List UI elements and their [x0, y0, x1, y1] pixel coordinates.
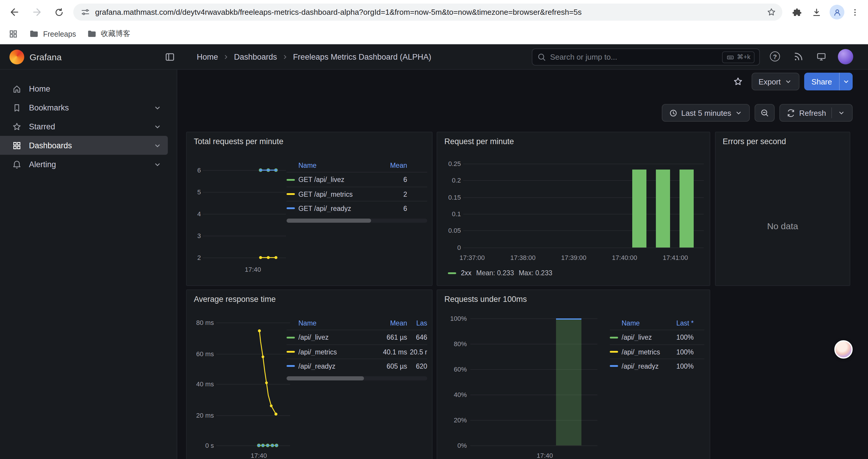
- extensions-icon[interactable]: [788, 4, 805, 21]
- legend-scrollbar[interactable]: [286, 376, 427, 381]
- chevron-down-icon: [784, 77, 793, 86]
- total-requests-chart: 6 5 4 3 2 17:40: [193, 154, 287, 281]
- search-box[interactable]: ⌘+k: [532, 48, 760, 66]
- legend-header-name[interactable]: Name: [610, 319, 664, 326]
- panel-title[interactable]: Errors per second: [723, 137, 786, 146]
- chevron-right-icon: [222, 53, 230, 61]
- export-button[interactable]: Export: [751, 73, 800, 90]
- panel-average-response-time[interactable]: Average response time 80 ms 60 ms 40 ms …: [186, 290, 433, 459]
- legend-row[interactable]: /api/_readyz 100%: [610, 359, 704, 373]
- bookmark-folder-blogs[interactable]: 收藏博客: [87, 29, 130, 39]
- help-icon[interactable]: ?: [770, 52, 780, 61]
- panel-title[interactable]: Total requests per minute: [194, 137, 283, 146]
- reload-icon[interactable]: [51, 4, 67, 21]
- panel-requests-under-100ms[interactable]: Requests under 100ms 100% 80% 60% 40% 20…: [437, 290, 710, 459]
- panel-request-per-minute[interactable]: Request per minute 0.25 0.2 0.15 0.1 0.0…: [437, 132, 710, 286]
- panel-title[interactable]: Requests under 100ms: [444, 295, 527, 304]
- legend-header-last[interactable]: Las: [407, 319, 427, 326]
- legend-header-name[interactable]: Name: [286, 319, 374, 326]
- sidebar-item-alerting[interactable]: Alerting: [0, 155, 168, 174]
- search-input[interactable]: [550, 53, 722, 61]
- browser-menu-icon[interactable]: [847, 4, 863, 21]
- panel-total-requests[interactable]: Total requests per minute 6 5 4 3 2: [186, 132, 433, 286]
- series-name[interactable]: /api/_readyz: [622, 362, 664, 369]
- legend-row[interactable]: /api/_readyz 605 µs 620: [286, 359, 427, 373]
- series-plot: [193, 154, 287, 281]
- series-name[interactable]: /api/_metrics: [622, 348, 664, 355]
- chevron-down-icon[interactable]: [153, 103, 162, 112]
- series-name[interactable]: GET /api/_metrics: [299, 191, 374, 198]
- sidebar-item-home[interactable]: Home: [0, 79, 168, 98]
- response-time-chart: 80 ms 60 ms 40 ms 20 ms 0 s: [193, 311, 296, 459]
- refresh-interval-caret[interactable]: [837, 109, 845, 117]
- bookmark-folder-freeleaps[interactable]: Freeleaps: [29, 29, 76, 39]
- sidebar-item-bookmarks[interactable]: Bookmarks: [0, 98, 168, 117]
- series-name[interactable]: GET /api/_readyz: [299, 205, 374, 212]
- dock-menu-icon[interactable]: [164, 52, 176, 63]
- legend-table: Name Mean Las /api/_livez 661 µs 646 /ap…: [286, 316, 427, 373]
- series-name[interactable]: /api/_readyz: [299, 362, 374, 369]
- legend-row[interactable]: /api/_metrics 100%: [610, 345, 704, 359]
- divider: [831, 107, 832, 118]
- favorite-star-icon[interactable]: [729, 73, 747, 90]
- legend-header-name[interactable]: Name: [286, 162, 374, 169]
- legend-table: Name Last * /api/_livez 100% /api/_metri…: [610, 316, 704, 373]
- chevron-down-icon[interactable]: [153, 122, 162, 131]
- legend-row[interactable]: GET /api/_readyz 6: [286, 201, 427, 215]
- chevron-down-icon[interactable]: [153, 141, 162, 150]
- share-label[interactable]: Share: [804, 73, 839, 90]
- monitor-icon[interactable]: [816, 52, 827, 62]
- breadcrumb-home[interactable]: Home: [197, 52, 218, 61]
- news-rss-icon[interactable]: [793, 52, 804, 62]
- scrollbar-thumb[interactable]: [286, 219, 371, 223]
- sidebar-label: Bookmarks: [29, 103, 69, 112]
- star-icon: [12, 121, 22, 131]
- time-range-picker[interactable]: Last 5 minutes: [662, 104, 750, 122]
- legend-header-mean[interactable]: Mean: [374, 319, 407, 326]
- address-bar[interactable]: grafana.mathmast.com/d/deytv4rwavabkb/fr…: [73, 4, 782, 21]
- legend-row[interactable]: /api/_livez 661 µs 646: [286, 330, 427, 345]
- back-icon[interactable]: [6, 4, 23, 21]
- legend-row[interactable]: /api/_metrics 40.1 ms 20.5 r: [286, 345, 427, 359]
- series-name[interactable]: /api/_metrics: [299, 348, 374, 355]
- grafana-logo[interactable]: [9, 50, 24, 64]
- sidebar-item-dashboards[interactable]: Dashboards: [0, 136, 168, 155]
- series-color-swatch: [286, 365, 295, 367]
- legend-row[interactable]: GET /api/_metrics 2: [286, 187, 427, 201]
- legend-header-last[interactable]: Last *: [664, 319, 694, 326]
- bell-icon: [12, 159, 22, 169]
- sidebar-label: Starred: [29, 122, 55, 131]
- chevron-down-icon[interactable]: [153, 160, 162, 169]
- panel-errors-per-second[interactable]: Errors per second No data: [715, 132, 850, 286]
- zoom-out-button[interactable]: [755, 104, 775, 122]
- refresh-button[interactable]: Refresh: [780, 104, 852, 122]
- series-name[interactable]: GET /api/_livez: [299, 176, 374, 183]
- bookmark-star-icon[interactable]: [766, 7, 776, 17]
- profile-avatar[interactable]: [830, 5, 844, 20]
- site-info-icon[interactable]: [80, 7, 90, 17]
- panel-title[interactable]: Request per minute: [444, 137, 514, 146]
- share-button[interactable]: Share: [804, 73, 852, 90]
- sidebar-label: Home: [29, 84, 50, 93]
- legend-scrollbar[interactable]: [286, 219, 427, 223]
- share-menu-caret[interactable]: [839, 73, 852, 90]
- floating-assistant-avatar[interactable]: [834, 340, 852, 359]
- export-label: Export: [758, 77, 780, 86]
- url-text[interactable]: grafana.mathmast.com/d/deytv4rwavabkb/fr…: [95, 8, 766, 17]
- legend-row[interactable]: /api/_livez 100%: [610, 330, 704, 345]
- legend-row[interactable]: GET /api/_livez 6: [286, 172, 427, 187]
- series-name[interactable]: 2xx: [461, 269, 471, 276]
- sidebar-item-starred[interactable]: Starred: [0, 117, 168, 136]
- series-name[interactable]: /api/_livez: [299, 334, 374, 341]
- brand-title: Grafana: [30, 52, 61, 62]
- apps-grid-icon[interactable]: [8, 29, 18, 39]
- download-icon[interactable]: [808, 4, 825, 21]
- breadcrumb-dashboards[interactable]: Dashboards: [234, 52, 277, 61]
- series-name[interactable]: /api/_livez: [622, 334, 664, 341]
- x-tick: 17:40:00: [607, 254, 642, 261]
- scrollbar-thumb[interactable]: [286, 376, 364, 381]
- legend-header-mean[interactable]: Mean: [374, 162, 407, 169]
- chart-legend[interactable]: 2xx Mean: 0.233 Max: 0.233: [448, 269, 553, 276]
- user-avatar[interactable]: [838, 49, 853, 64]
- panel-title[interactable]: Average response time: [194, 295, 276, 304]
